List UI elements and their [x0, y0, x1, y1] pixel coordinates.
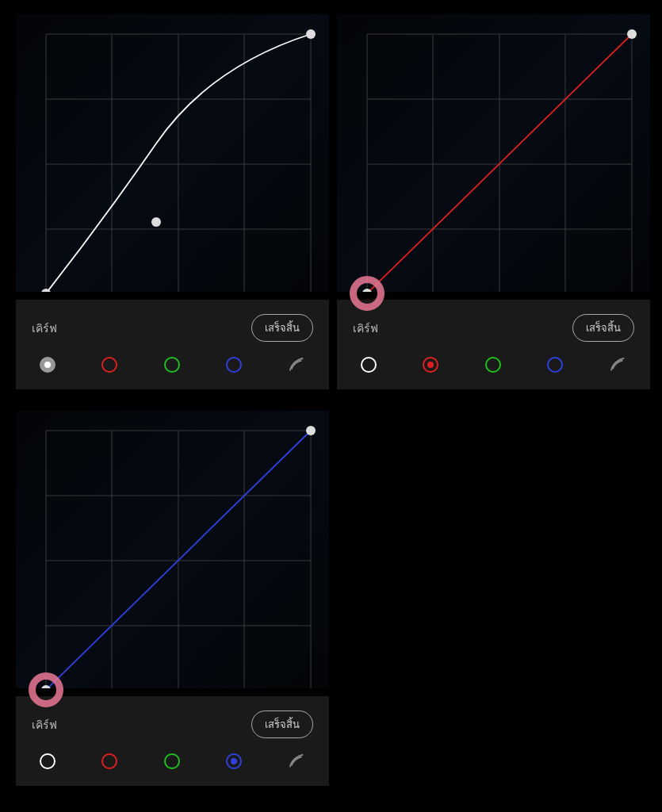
curves-panel-white: เคิร์ฟ เสร็จสิ้น	[16, 14, 329, 389]
curve-handle-start[interactable]	[41, 685, 51, 688]
channel-blue[interactable]	[226, 753, 242, 769]
channel-blue[interactable]	[547, 357, 563, 373]
channel-white[interactable]	[40, 753, 55, 769]
curve-svg-red	[337, 14, 650, 292]
controls-bar: เคิร์ฟ เสร็จสิ้น	[16, 300, 329, 389]
channel-white[interactable]	[40, 357, 55, 373]
channel-red[interactable]	[101, 753, 117, 769]
done-button[interactable]: เสร็จสิ้น	[251, 710, 313, 738]
curves-panel-red: เคิร์ฟ เสร็จสิ้น	[337, 14, 650, 389]
done-button[interactable]: เสร็จสิ้น	[251, 314, 313, 342]
curve-canvas-red[interactable]	[337, 14, 650, 292]
curves-label: เคิร์ฟ	[32, 716, 57, 733]
channel-green[interactable]	[164, 753, 180, 769]
controls-bar: เคิร์ฟ เสร็จสิ้น	[16, 696, 329, 786]
channel-blue[interactable]	[226, 357, 242, 373]
curve-canvas-blue[interactable]	[16, 411, 329, 688]
channel-red[interactable]	[423, 357, 438, 373]
channel-white[interactable]	[361, 357, 377, 373]
reset-curve-icon[interactable]	[288, 356, 305, 373]
curves-panel-blue: เคิร์ฟ เสร็จสิ้น	[16, 411, 329, 786]
channel-selector	[32, 753, 313, 770]
curve-handle-end[interactable]	[306, 29, 316, 39]
channel-red[interactable]	[101, 357, 117, 373]
curve-svg-white	[16, 14, 329, 292]
curves-label: เคิร์ฟ	[353, 320, 378, 337]
curves-label: เคิร์ฟ	[32, 320, 57, 337]
reset-curve-icon[interactable]	[288, 753, 305, 770]
channel-green[interactable]	[485, 357, 501, 373]
channel-selector	[353, 356, 634, 373]
controls-bar: เคิร์ฟ เสร็จสิ้น	[337, 300, 650, 389]
channel-green[interactable]	[164, 357, 180, 373]
reset-curve-icon[interactable]	[609, 356, 626, 373]
grid-lines	[46, 34, 311, 292]
curve-handle-mid[interactable]	[151, 217, 161, 227]
curve-svg-blue	[16, 411, 329, 688]
curve-handle-start[interactable]	[362, 289, 372, 292]
curve-handle-end[interactable]	[627, 29, 637, 39]
channel-selector	[32, 356, 313, 373]
curve-handle-end[interactable]	[306, 426, 316, 435]
curve-canvas-white[interactable]	[16, 14, 329, 292]
done-button[interactable]: เสร็จสิ้น	[572, 314, 634, 342]
